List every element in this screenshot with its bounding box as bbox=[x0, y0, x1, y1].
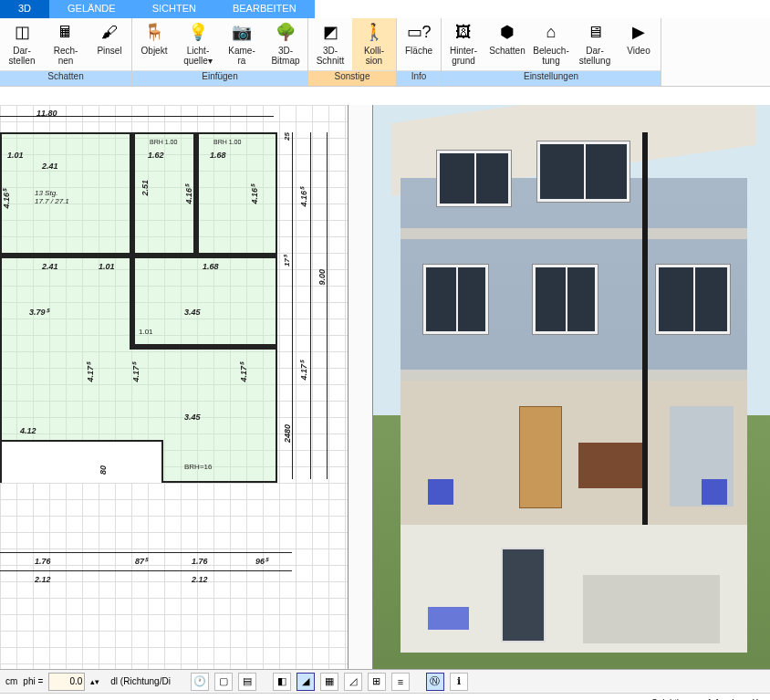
btn-objekt[interactable]: 🪑Objekt bbox=[132, 18, 176, 70]
status-bar: Selektion 1:1 sel X: bbox=[0, 693, 770, 700]
tab-edit[interactable]: BEARBEITEN bbox=[214, 0, 315, 18]
btn-beleuchtung[interactable]: ⌂Beleuch- tung bbox=[529, 18, 573, 70]
bulb-icon: 💡 bbox=[187, 22, 209, 44]
tool-hatch-icon[interactable]: ▦ bbox=[320, 673, 338, 691]
btn-hintergrund[interactable]: 🖼Hinter- grund bbox=[442, 18, 485, 70]
phi-label: phi = bbox=[23, 676, 43, 686]
display-icon: 🖥 bbox=[584, 22, 606, 44]
cut-icon: ◩ bbox=[319, 22, 341, 44]
light-icon: ⌂ bbox=[540, 22, 562, 44]
group-info: Info bbox=[397, 70, 441, 86]
group-sonstige: Sonstige bbox=[308, 70, 396, 86]
group-einstellungen: Einstellungen bbox=[442, 70, 661, 86]
camera-icon: 📷 bbox=[231, 22, 253, 44]
btn-darstellung[interactable]: 🖥Dar- stellung bbox=[573, 18, 617, 70]
tool-layers-icon[interactable]: ▤ bbox=[238, 673, 256, 691]
btn-lichtquelle[interactable]: 💡Licht- quelle▾ bbox=[176, 18, 220, 70]
btn-schatten[interactable]: ⬢Schatten bbox=[485, 18, 529, 70]
view-3d[interactable] bbox=[373, 105, 770, 669]
footer-toolbar: cm phi = ▴▾ dl (Richtung/Di 🕐 ▢ ▤ ◧ ◢ ▦ … bbox=[0, 669, 770, 693]
btn-kollision[interactable]: 🚶Kolli- sion bbox=[352, 18, 396, 70]
ground-floor bbox=[401, 525, 747, 653]
view-2d-plan[interactable]: 11.80 2.41 1.62 1.68 1.01 2.51 4.16⁵ 4.1… bbox=[0, 105, 373, 669]
dl-label: dl (Richtung/Di bbox=[110, 676, 171, 686]
tab-terrain[interactable]: GELÄNDE bbox=[49, 0, 134, 18]
cube-icon: ◫ bbox=[11, 22, 33, 44]
tool-angle-icon[interactable]: ◿ bbox=[344, 673, 362, 691]
tool-info-icon[interactable]: ℹ bbox=[450, 673, 468, 691]
bg-icon: 🖼 bbox=[453, 22, 474, 44]
tool-grid-icon[interactable]: ⊞ bbox=[368, 673, 386, 691]
btn-pinsel[interactable]: 🖌Pinsel bbox=[88, 18, 131, 70]
brush-icon: 🖌 bbox=[99, 22, 120, 44]
tool-layers2-icon[interactable]: ≡ bbox=[391, 673, 410, 691]
btn-3dbitmap[interactable]: 🌳3D- Bitmap bbox=[264, 18, 307, 70]
house-model bbox=[401, 123, 747, 598]
phi-input[interactable] bbox=[48, 673, 85, 691]
shadow-icon: ⬢ bbox=[496, 22, 518, 44]
tool-clock-icon[interactable]: 🕐 bbox=[191, 673, 209, 691]
ruler-vertical bbox=[348, 105, 372, 669]
btn-video[interactable]: ▶Video bbox=[617, 18, 661, 70]
play-icon: ▶ bbox=[628, 22, 650, 44]
tool-north-icon[interactable]: Ⓝ bbox=[426, 673, 444, 691]
btn-rechnen[interactable]: 🖩Rech- nen bbox=[44, 18, 88, 70]
btn-kamera[interactable]: 📷Kame- ra bbox=[220, 18, 264, 70]
tool-color-icon[interactable]: ◧ bbox=[273, 673, 291, 691]
calc-icon: 🖩 bbox=[55, 22, 77, 44]
dim-top: 11.80 bbox=[36, 109, 57, 118]
wardrobe bbox=[519, 406, 562, 508]
btn-flaeche[interactable]: ▭?Fläche bbox=[397, 18, 441, 70]
person-icon: 🚶 bbox=[363, 22, 385, 44]
drainpipe bbox=[642, 132, 648, 525]
floor-plan: 2.41 1.62 1.68 1.01 2.51 4.16⁵ 4.16⁵ 4.1… bbox=[0, 132, 277, 483]
ribbon: ◫Dar- stellen 🖩Rech- nen 🖌Pinsel Schatte… bbox=[0, 18, 770, 87]
btn-3dschnitt[interactable]: ◩3D- Schnitt bbox=[308, 18, 352, 70]
group-schatten: Schatten bbox=[0, 70, 131, 86]
tool-snap-icon[interactable]: ◢ bbox=[297, 673, 315, 691]
tree-icon: 🌳 bbox=[275, 22, 297, 44]
piano bbox=[578, 443, 642, 488]
tool-screen-icon[interactable]: ▢ bbox=[214, 673, 233, 691]
area-icon: ▭? bbox=[408, 22, 430, 44]
unit-label: cm bbox=[5, 676, 17, 686]
chair-icon: 🪑 bbox=[143, 22, 165, 44]
tab-3d[interactable]: 3D bbox=[0, 0, 49, 18]
btn-darstellen[interactable]: ◫Dar- stellen bbox=[0, 18, 44, 70]
group-einfuegen: Einfügen bbox=[132, 70, 307, 86]
tab-views[interactable]: SICHTEN bbox=[134, 0, 214, 18]
facade bbox=[401, 178, 747, 598]
front-door bbox=[501, 548, 546, 643]
